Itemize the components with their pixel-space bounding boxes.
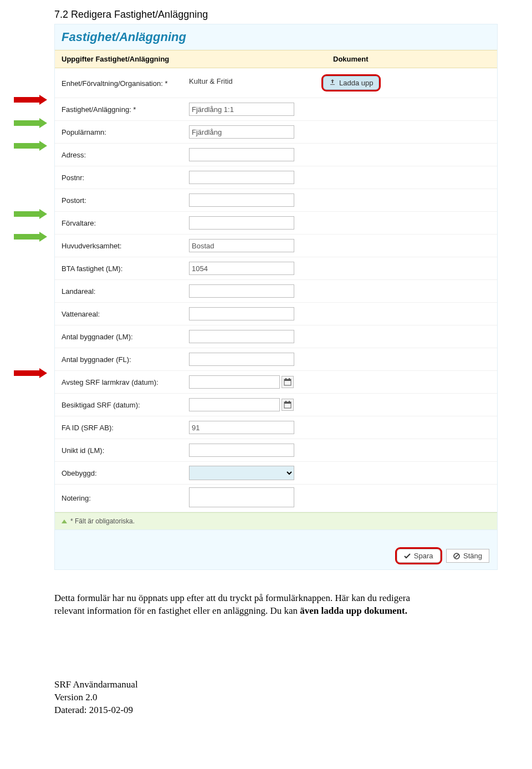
arrow-green-icon bbox=[14, 233, 47, 241]
input-postort[interactable] bbox=[189, 193, 294, 207]
input-bta[interactable] bbox=[189, 262, 294, 275]
arrow-red-icon bbox=[14, 96, 47, 104]
check-icon bbox=[404, 553, 411, 559]
required-hint-text: * Fält är obligatoriska. bbox=[70, 517, 135, 525]
row-unikt: Unikt id (LM): bbox=[55, 439, 497, 462]
select-obebyggd[interactable] bbox=[189, 466, 294, 480]
value-enhet: Kultur & Fritid bbox=[189, 77, 233, 85]
label-obebyggd: Obebyggd: bbox=[62, 466, 189, 481]
close-button[interactable]: Stäng bbox=[446, 549, 489, 563]
calendar-icon[interactable] bbox=[282, 376, 294, 388]
input-forvaltare[interactable] bbox=[189, 216, 294, 230]
column-headers: Uppgifter Fastighet/Anläggning Dokument bbox=[55, 50, 497, 68]
row-notering: Notering: bbox=[55, 485, 497, 512]
svg-rect-2 bbox=[285, 378, 287, 380]
cancel-icon bbox=[453, 553, 460, 559]
row-huvudverk: Huvudverksamhet: bbox=[55, 235, 497, 257]
input-landareal[interactable] bbox=[189, 284, 294, 298]
label-huvudverk: Huvudverksamhet: bbox=[62, 238, 189, 253]
input-unikt[interactable] bbox=[189, 444, 294, 457]
paragraph-bold: även ladda upp dokument. bbox=[300, 605, 407, 616]
input-huvudverk[interactable] bbox=[189, 239, 294, 252]
label-postort: Postort: bbox=[62, 193, 189, 208]
label-popnamn: Populärnamn: bbox=[62, 125, 189, 140]
save-label: Spara bbox=[414, 552, 433, 560]
arrow-green-icon bbox=[14, 210, 47, 218]
label-antbygg-lm: Antal byggnader (LM): bbox=[62, 329, 189, 344]
close-label: Stäng bbox=[463, 552, 482, 560]
body-paragraph: Detta formulär har nu öppnats upp efter … bbox=[0, 581, 432, 618]
row-faid: FA ID (SRF AB): bbox=[55, 416, 497, 439]
required-hint-bar: * Fält är obligatoriska. bbox=[55, 512, 497, 529]
svg-rect-3 bbox=[289, 378, 290, 380]
label-fastighet: Fastighet/Anläggning: * bbox=[62, 102, 189, 117]
svg-rect-5 bbox=[284, 402, 291, 404]
label-enhet: Enhet/Förvaltning/Organisation: * bbox=[62, 76, 189, 91]
arrow-green-icon bbox=[14, 142, 47, 150]
svg-rect-1 bbox=[284, 379, 291, 381]
row-antbygg-fl: Antal byggnader (FL): bbox=[55, 348, 497, 371]
footer-line: Version 2.0 bbox=[54, 691, 532, 704]
svg-line-9 bbox=[455, 554, 458, 558]
label-faid: FA ID (SRF AB): bbox=[62, 420, 189, 435]
row-postnr: Postnr: bbox=[55, 166, 497, 189]
textarea-notering[interactable] bbox=[189, 487, 294, 507]
row-vattenareal: Vattenareal: bbox=[55, 303, 497, 325]
label-postnr: Postnr: bbox=[62, 170, 189, 185]
footer-line: SRF Användarmanual bbox=[54, 679, 532, 691]
input-vattenareal[interactable] bbox=[189, 307, 294, 320]
button-bar: Spara Stäng bbox=[55, 529, 497, 569]
row-antbygg-lm: Antal byggnader (LM): bbox=[55, 325, 497, 348]
col-header-right: Dokument bbox=[333, 55, 369, 63]
label-notering: Notering: bbox=[62, 491, 189, 506]
row-bta: BTA fastighet (LM): bbox=[55, 257, 497, 280]
form-body: Enhet/Förvaltning/Organisation: * Kultur… bbox=[55, 68, 497, 512]
label-avsteg: Avsteg SRF larmkrav (datum): bbox=[62, 375, 189, 390]
label-besiktigad: Besiktigad SRF (datum): bbox=[62, 398, 189, 412]
upload-label: Ladda upp bbox=[339, 79, 373, 87]
form-panel: Fastighet/Anläggning Uppgifter Fastighet… bbox=[54, 24, 498, 570]
arrow-red-icon bbox=[14, 369, 47, 377]
calendar-icon[interactable] bbox=[282, 399, 294, 411]
label-vattenareal: Vattenareal: bbox=[62, 307, 189, 322]
row-besiktigad: Besiktigad SRF (datum): bbox=[55, 394, 497, 416]
label-forvaltare: Förvaltare: bbox=[62, 216, 189, 231]
svg-rect-7 bbox=[289, 401, 290, 403]
row-adress: Adress: bbox=[55, 144, 497, 166]
input-adress[interactable] bbox=[189, 148, 294, 161]
save-button[interactable]: Spara bbox=[397, 549, 441, 563]
label-bta: BTA fastighet (LM): bbox=[62, 261, 189, 276]
input-avsteg-date[interactable] bbox=[189, 375, 280, 389]
input-antbygg-fl[interactable] bbox=[189, 353, 294, 366]
label-adress: Adress: bbox=[62, 147, 189, 162]
upload-icon bbox=[329, 79, 336, 87]
footer-line: Daterad: 2015-02-09 bbox=[54, 704, 532, 717]
row-obebyggd: Obebyggd: bbox=[55, 462, 497, 485]
label-unikt: Unikt id (LM): bbox=[62, 443, 189, 458]
input-fastighet[interactable] bbox=[189, 103, 294, 116]
row-avsteg: Avsteg SRF larmkrav (datum): bbox=[55, 371, 497, 394]
input-antbygg-lm[interactable] bbox=[189, 330, 294, 343]
document-footer: SRF Användarmanual Version 2.0 Daterad: … bbox=[0, 618, 532, 717]
triangle-up-icon bbox=[62, 520, 67, 523]
label-antbygg-fl: Antal byggnader (FL): bbox=[62, 352, 189, 367]
row-popnamn: Populärnamn: bbox=[55, 121, 497, 144]
row-fastighet: Fastighet/Anläggning: * bbox=[55, 98, 497, 121]
input-popnamn[interactable] bbox=[189, 125, 294, 139]
input-faid[interactable] bbox=[189, 421, 294, 434]
upload-button[interactable]: Ladda upp bbox=[323, 76, 379, 90]
row-postort: Postort: bbox=[55, 189, 497, 212]
row-enhet: Enhet/Förvaltning/Organisation: * Kultur… bbox=[55, 70, 497, 98]
input-postnr[interactable] bbox=[189, 171, 294, 184]
label-landareal: Landareal: bbox=[62, 284, 189, 299]
panel-title: Fastighet/Anläggning bbox=[55, 24, 497, 50]
screenshot-container: Fastighet/Anläggning Uppgifter Fastighet… bbox=[54, 24, 498, 570]
col-header-left: Uppgifter Fastighet/Anläggning bbox=[62, 55, 333, 63]
row-landareal: Landareal: bbox=[55, 280, 497, 303]
section-heading: 7.2 Redigera Fastighet/Anläggning bbox=[0, 0, 532, 24]
svg-rect-6 bbox=[285, 401, 287, 403]
arrow-green-icon bbox=[14, 119, 47, 127]
row-forvaltare: Förvaltare: bbox=[55, 212, 497, 235]
input-besiktigad-date[interactable] bbox=[189, 398, 280, 411]
